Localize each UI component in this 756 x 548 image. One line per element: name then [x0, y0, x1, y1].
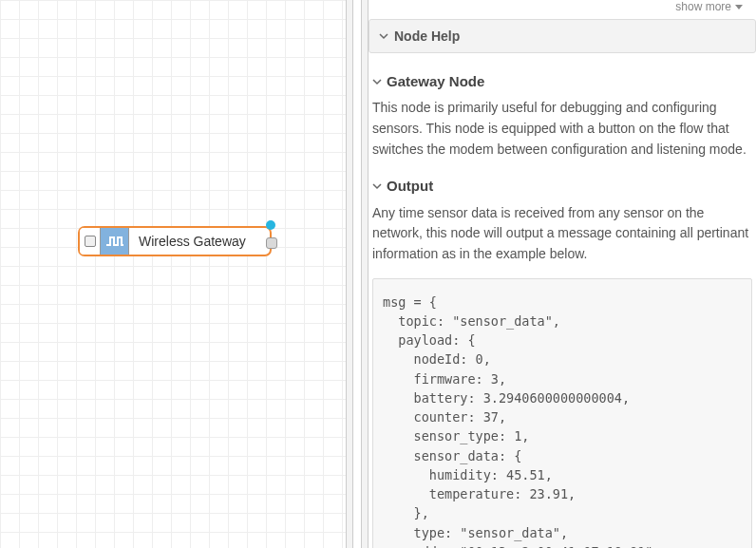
trigger-handle-icon — [85, 236, 96, 247]
caret-down-icon — [735, 5, 743, 9]
help-paragraph: This node is primarily useful for debugg… — [372, 98, 752, 160]
info-panel: show more Node Help Gateway Node This no… — [369, 0, 756, 548]
chevron-down-icon — [379, 31, 388, 41]
show-more-link[interactable]: show more — [675, 0, 743, 13]
chevron-down-icon — [372, 181, 382, 191]
flow-canvas[interactable]: Wireless Gateway — [0, 0, 346, 548]
splitter[interactable] — [346, 0, 353, 548]
help-content: Gateway Node This node is primarily usef… — [369, 53, 756, 548]
changed-dot-icon — [266, 220, 275, 230]
node-label: Wireless Gateway — [129, 228, 270, 255]
node-trigger-button[interactable] — [80, 228, 101, 255]
splitter[interactable] — [361, 0, 369, 548]
chevron-down-icon — [372, 77, 382, 86]
help-heading-gateway: Gateway Node — [372, 70, 752, 92]
code-example: msg = { topic: "sensor_data", payload: {… — [372, 278, 752, 548]
help-heading-output: Output — [372, 175, 752, 197]
wireless-icon — [101, 228, 129, 255]
node-help-header[interactable]: Node Help — [369, 19, 756, 53]
output-port[interactable] — [266, 237, 277, 249]
help-paragraph: Any time sensor data is received from an… — [372, 203, 752, 265]
section-title: Node Help — [394, 28, 460, 44]
gateway-node[interactable]: Wireless Gateway — [78, 226, 272, 256]
show-more-label: show more — [675, 0, 731, 13]
